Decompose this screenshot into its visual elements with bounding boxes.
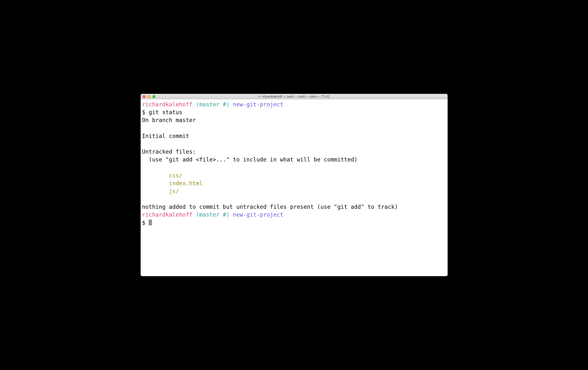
prompt-branch: (master #) (196, 101, 229, 108)
prompt-branch: (master #) (196, 211, 229, 218)
titlebar[interactable]: richardkalehoff — bash — bash — bash — 7… (141, 94, 448, 99)
output-indent (142, 180, 169, 186)
terminal-body[interactable]: richardkalehoff (master #) new-git-proje… (141, 99, 448, 276)
zoom-button[interactable] (152, 95, 155, 98)
window-title-text: richardkalehoff — bash — bash — bash — 7… (262, 95, 330, 98)
output-line: Untracked files: (142, 148, 196, 155)
untracked-file: index.html (169, 180, 202, 186)
window-title: richardkalehoff — bash — bash — bash — 7… (141, 95, 448, 98)
output-line: (use "git add <file>..." to include in w… (142, 156, 358, 163)
command-text: git status (149, 109, 182, 115)
prompt-ps1: $ (142, 109, 149, 115)
output-indent (142, 172, 169, 179)
prompt-user: richardkalehoff (142, 101, 193, 108)
close-button[interactable] (143, 95, 146, 98)
terminal-window: richardkalehoff — bash — bash — bash — 7… (141, 94, 448, 276)
traffic-lights (141, 95, 155, 98)
output-line: nothing added to commit but untracked fi… (142, 204, 398, 210)
output-indent (142, 188, 169, 194)
prompt-ps1: $ (142, 220, 149, 226)
untracked-file: css/ (169, 172, 182, 179)
prompt-user: richardkalehoff (142, 211, 193, 218)
prompt-dir: new-git-project (233, 101, 283, 108)
output-line: Initial commit (142, 133, 189, 139)
untracked-file: js/ (169, 188, 179, 194)
cursor (149, 220, 152, 225)
output-line: On branch master (142, 117, 196, 123)
home-icon (258, 95, 261, 98)
prompt-dir: new-git-project (233, 211, 283, 218)
minimize-button[interactable] (147, 95, 150, 98)
